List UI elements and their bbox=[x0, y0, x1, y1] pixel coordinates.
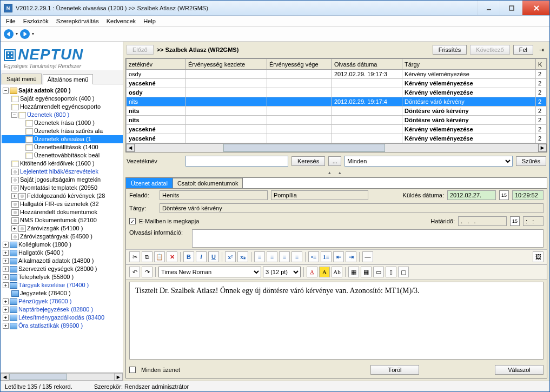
cut-icon[interactable]: ✂ bbox=[129, 251, 140, 262]
subscript-icon[interactable]: x₂ bbox=[237, 251, 248, 262]
tree-item[interactable]: Hallgatói FIR-es üzenetek (32 bbox=[20, 200, 99, 208]
sent-date-field[interactable] bbox=[447, 190, 496, 200]
tree-item[interactable]: Üzenettovábbítások beál bbox=[34, 151, 100, 160]
prev-button[interactable]: Előző bbox=[127, 45, 154, 55]
deadline-date-field[interactable] bbox=[458, 216, 507, 226]
font-select[interactable]: Times New Roman bbox=[158, 267, 261, 277]
expander-icon[interactable]: + bbox=[3, 298, 9, 304]
tree-item-selected[interactable]: Üzenetek olvasása (1 bbox=[34, 135, 91, 143]
align-center-icon[interactable]: ≡ bbox=[267, 251, 277, 262]
expander-icon[interactable]: − bbox=[11, 112, 17, 118]
tree-item[interactable]: Feldolgozandó kérvények (28 bbox=[27, 192, 105, 200]
deadline-time-field[interactable] bbox=[523, 216, 544, 226]
tab-attachments[interactable]: Csatolt dokumentumok bbox=[173, 178, 243, 188]
undo-icon[interactable]: ↶ bbox=[129, 267, 140, 277]
tree-item[interactable]: Hozzárendelt dokumentumok bbox=[20, 208, 97, 216]
readinfo-field[interactable] bbox=[192, 229, 544, 248]
tree-item[interactable]: Nyomtatási templatek (20950 bbox=[20, 184, 97, 192]
filter-button[interactable]: Szűrés bbox=[516, 156, 546, 166]
col-read-date[interactable]: Olvasás dátuma bbox=[332, 59, 402, 70]
grid-header[interactable]: zetéknév Érvényesség kezdete Érvényesség… bbox=[127, 59, 547, 70]
tab-own-menu[interactable]: Saját menü bbox=[2, 74, 42, 84]
nav-back-dropdown[interactable]: ▾ bbox=[16, 31, 18, 36]
tree-item[interactable]: Hallgatók (5400 ) bbox=[18, 249, 64, 257]
align-right-icon[interactable]: ≡ bbox=[279, 251, 290, 262]
expander-icon[interactable]: + bbox=[3, 274, 9, 280]
tree-item[interactable]: Pénzügyek (78600 ) bbox=[18, 297, 71, 305]
expander-icon[interactable]: + bbox=[3, 323, 9, 329]
col-lastname[interactable]: zetéknév bbox=[127, 59, 186, 70]
search-more-button[interactable]: ... bbox=[328, 156, 341, 166]
table-row[interactable]: yacseknéKérvény véleményezése2 bbox=[127, 125, 547, 134]
tree-item[interactable]: NMS Dokumentumok (52100 bbox=[20, 216, 97, 224]
delete-icon[interactable]: ✕ bbox=[167, 251, 177, 262]
tree-item[interactable]: Kollégiumok (1800 ) bbox=[18, 241, 71, 249]
size-select[interactable]: 3 (12 pt) bbox=[263, 267, 301, 277]
cell-icon[interactable]: ▢ bbox=[398, 267, 409, 277]
scroll-left-icon[interactable]: ◄ bbox=[1, 373, 9, 381]
tree-item[interactable]: Hozzámrendelt egyéncsoporto bbox=[20, 103, 101, 111]
expander-icon[interactable]: + bbox=[3, 307, 9, 313]
bold-icon[interactable]: B bbox=[183, 251, 194, 262]
sent-time-field[interactable] bbox=[512, 190, 544, 200]
image-icon[interactable]: 🖼 bbox=[533, 251, 544, 262]
message-body[interactable]: Tisztelt Dr. Szalbek Atlasz! Önnek egy ú… bbox=[129, 282, 544, 360]
search-button[interactable]: Keresés bbox=[291, 156, 325, 166]
up-button[interactable]: Fel bbox=[513, 45, 533, 55]
tree-item[interactable]: Kitöltendő kérdőívek (1600 ) bbox=[20, 160, 95, 168]
menu-file[interactable]: File bbox=[3, 17, 19, 25]
redo-icon[interactable]: ↷ bbox=[142, 267, 153, 277]
tree-item[interactable]: Záróvizsgatárgyak (54500 ) bbox=[20, 232, 92, 241]
table-row[interactable]: nitsDöntésre váró kérvény2 bbox=[127, 107, 547, 116]
row-icon[interactable]: ▭ bbox=[373, 267, 384, 277]
tree-item[interactable]: Naptárbejegyzések (82800 ) bbox=[18, 305, 93, 314]
tree-item[interactable]: Saját egyéncsoportok (400 ) bbox=[20, 95, 95, 103]
scroll-thumb[interactable] bbox=[9, 374, 67, 380]
expander-icon[interactable]: + bbox=[3, 266, 9, 272]
expander-icon[interactable]: + bbox=[11, 193, 17, 199]
tree-item[interactable]: Üzenetek (800 ) bbox=[27, 111, 69, 119]
tree-item[interactable]: Záróvizsgák (54100 ) bbox=[27, 224, 83, 232]
tree-item[interactable]: Üzenetek írása szűrés ala bbox=[34, 127, 103, 135]
expander-icon[interactable]: + bbox=[3, 258, 9, 264]
menu-help[interactable]: Help bbox=[140, 17, 159, 25]
close-button[interactable] bbox=[522, 1, 549, 15]
tree-item[interactable]: Jegyzetek (78400 ) bbox=[20, 289, 71, 297]
align-left-icon[interactable]: ≡ bbox=[254, 251, 265, 262]
calendar-icon[interactable]: 15 bbox=[510, 216, 520, 226]
menu-favorites[interactable]: Kedvencek bbox=[103, 17, 139, 25]
paste-icon[interactable]: 📋 bbox=[154, 251, 165, 262]
list-number-icon[interactable]: 1≡ bbox=[321, 251, 332, 262]
col-k[interactable]: K bbox=[536, 59, 547, 70]
scroll-right-icon[interactable]: ► bbox=[114, 373, 123, 381]
nav-forward-button[interactable] bbox=[20, 29, 30, 39]
tree-item[interactable]: Üzenetbeállítások (1400 bbox=[34, 143, 98, 151]
email-checkbox[interactable]: ✓ bbox=[129, 218, 136, 224]
tree-item[interactable]: Óra statisztikák (89600 ) bbox=[18, 322, 83, 330]
menu-role[interactable]: Szerepkörváltás bbox=[53, 17, 102, 25]
from-firstname-field[interactable] bbox=[271, 190, 368, 200]
table-row[interactable]: yacseknéKérvény véleményezése2 bbox=[127, 79, 547, 88]
tab-general-menu[interactable]: Általános menü bbox=[43, 74, 94, 84]
tab-message-data[interactable]: Üzenet adatai bbox=[126, 178, 173, 188]
nav-forward-dropdown[interactable]: ▾ bbox=[32, 31, 34, 36]
col-icon[interactable]: ▯ bbox=[386, 267, 396, 277]
col-subject[interactable]: Tárgy bbox=[402, 59, 536, 70]
expander-icon[interactable]: + bbox=[3, 250, 9, 256]
table-props-icon[interactable]: ▦ bbox=[361, 267, 372, 277]
font-color-icon[interactable]: A bbox=[307, 267, 317, 277]
delete-button[interactable]: Töröl bbox=[370, 365, 419, 375]
pin-icon[interactable]: ⇥ bbox=[536, 46, 546, 54]
nav-back-button[interactable] bbox=[4, 29, 14, 39]
tree-item[interactable]: Tárgyak kezelése (70400 ) bbox=[18, 281, 89, 289]
nav-tree[interactable]: −Saját adatok (200 ) Saját egyéncsoporto… bbox=[1, 84, 123, 372]
tree-root[interactable]: Saját adatok (200 ) bbox=[18, 87, 71, 95]
tree-item[interactable]: Szervezeti egységek (28000 ) bbox=[18, 265, 97, 273]
all-messages-checkbox[interactable] bbox=[129, 367, 136, 373]
expander-icon[interactable]: + bbox=[3, 282, 9, 288]
superscript-icon[interactable]: x² bbox=[225, 251, 236, 262]
align-justify-icon[interactable]: ≡ bbox=[291, 251, 302, 262]
table-row[interactable]: nitsDöntésre váró kérvény2 bbox=[127, 116, 547, 125]
table-row[interactable]: nits2012.02.29. 19:17:4Döntésre váró kér… bbox=[127, 97, 547, 107]
expander-icon[interactable]: + bbox=[3, 242, 9, 248]
